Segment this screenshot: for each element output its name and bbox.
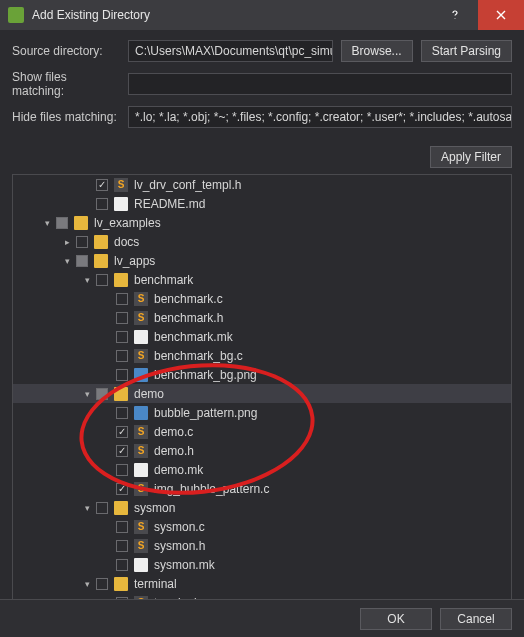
tree-row[interactable]: README.md: [13, 194, 511, 213]
tree-row[interactable]: demo.c: [13, 422, 511, 441]
form-area: Source directory: C:\Users\MAX\Documents…: [0, 30, 524, 146]
checkbox[interactable]: [116, 331, 128, 343]
tree-row[interactable]: ▸docs: [13, 232, 511, 251]
tree-row[interactable]: ▾benchmark: [13, 270, 511, 289]
tree-item-label: benchmark.mk: [154, 330, 233, 344]
file-icon: [134, 463, 148, 477]
tree-row[interactable]: benchmark_bg.c: [13, 346, 511, 365]
checkbox[interactable]: [76, 255, 88, 267]
tree-item-label: demo: [134, 387, 164, 401]
s-icon: [114, 178, 128, 192]
tree-row[interactable]: lv_drv_conf_templ.h: [13, 175, 511, 194]
checkbox[interactable]: [116, 426, 128, 438]
tree-row[interactable]: demo.mk: [13, 460, 511, 479]
help-button[interactable]: [432, 0, 478, 30]
tree-item-label: README.md: [134, 197, 205, 211]
start-parsing-button[interactable]: Start Parsing: [421, 40, 512, 62]
tree-item-label: benchmark.c: [154, 292, 223, 306]
tree-row[interactable]: ▾terminal: [13, 574, 511, 593]
checkbox[interactable]: [116, 559, 128, 571]
tree-row[interactable]: demo.h: [13, 441, 511, 460]
s-icon: [134, 349, 148, 363]
tree-row[interactable]: sysmon.h: [13, 536, 511, 555]
dialog-footer: OK Cancel: [0, 599, 524, 637]
s-icon: [134, 425, 148, 439]
checkbox[interactable]: [96, 388, 108, 400]
checkbox[interactable]: [116, 293, 128, 305]
checkbox[interactable]: [116, 483, 128, 495]
show-files-input[interactable]: [128, 73, 512, 95]
tree-item-label: benchmark.h: [154, 311, 223, 325]
expand-toggle[interactable]: ▾: [81, 275, 93, 285]
file-icon: [134, 330, 148, 344]
tree-item-label: benchmark: [134, 273, 193, 287]
titlebar: Add Existing Directory: [0, 0, 524, 30]
file-icon: [134, 558, 148, 572]
tree-row[interactable]: sysmon.c: [13, 517, 511, 536]
checkbox[interactable]: [116, 540, 128, 552]
file-icon: [114, 197, 128, 211]
checkbox[interactable]: [96, 502, 108, 514]
tree-row[interactable]: benchmark.c: [13, 289, 511, 308]
tree-item-label: sysmon.h: [154, 539, 205, 553]
checkbox[interactable]: [116, 407, 128, 419]
tree-row[interactable]: ▾lv_apps: [13, 251, 511, 270]
s-icon: [134, 444, 148, 458]
expand-toggle[interactable]: ▾: [81, 389, 93, 399]
checkbox[interactable]: [116, 464, 128, 476]
tree-row[interactable]: img_bubble_pattern.c: [13, 479, 511, 498]
expand-toggle[interactable]: ▾: [81, 579, 93, 589]
tree-row[interactable]: bubble_pattern.png: [13, 403, 511, 422]
checkbox[interactable]: [96, 578, 108, 590]
window-title: Add Existing Directory: [32, 8, 432, 22]
apply-filter-button[interactable]: Apply Filter: [430, 146, 512, 168]
tree-item-label: sysmon: [134, 501, 175, 515]
expand-toggle[interactable]: ▸: [61, 237, 73, 247]
tree-row[interactable]: benchmark.h: [13, 308, 511, 327]
checkbox[interactable]: [116, 350, 128, 362]
source-dir-input[interactable]: C:\Users\MAX\Documents\qt\pc_simulator: [128, 40, 333, 62]
folder-icon: [94, 235, 108, 249]
folder-icon: [114, 387, 128, 401]
checkbox[interactable]: [116, 369, 128, 381]
tree-item-label: sysmon.mk: [154, 558, 215, 572]
browse-button[interactable]: Browse...: [341, 40, 413, 62]
checkbox[interactable]: [116, 521, 128, 533]
expand-toggle[interactable]: ▾: [61, 256, 73, 266]
s-icon: [134, 482, 148, 496]
tree-row[interactable]: ▾lv_examples: [13, 213, 511, 232]
tree-item-label: lv_apps: [114, 254, 155, 268]
tree-item-label: sysmon.c: [154, 520, 205, 534]
tree-row[interactable]: benchmark_bg.png: [13, 365, 511, 384]
checkbox[interactable]: [116, 445, 128, 457]
close-button[interactable]: [478, 0, 524, 30]
checkbox[interactable]: [56, 217, 68, 229]
ok-button[interactable]: OK: [360, 608, 432, 630]
hide-files-input[interactable]: *.lo; *.la; *.obj; *~; *.files; *.config…: [128, 106, 512, 128]
expand-toggle[interactable]: ▾: [41, 218, 53, 228]
tree-item-label: bubble_pattern.png: [154, 406, 257, 420]
tree-item-label: demo.h: [154, 444, 194, 458]
tree-row[interactable]: ▾sysmon: [13, 498, 511, 517]
folder-icon: [74, 216, 88, 230]
hide-files-label: Hide files matching:: [12, 110, 120, 124]
checkbox[interactable]: [116, 312, 128, 324]
checkbox[interactable]: [96, 198, 108, 210]
checkbox[interactable]: [96, 274, 108, 286]
folder-icon: [114, 273, 128, 287]
tree-row[interactable]: ▾demo: [13, 384, 511, 403]
file-tree[interactable]: lv_drv_conf_templ.hREADME.md▾lv_examples…: [12, 174, 512, 606]
tree-row[interactable]: sysmon.mk: [13, 555, 511, 574]
tree-item-label: benchmark_bg.c: [154, 349, 243, 363]
checkbox[interactable]: [96, 179, 108, 191]
img-icon: [134, 406, 148, 420]
cancel-button[interactable]: Cancel: [440, 608, 512, 630]
checkbox[interactable]: [76, 236, 88, 248]
tree-item-label: docs: [114, 235, 139, 249]
tree-row[interactable]: benchmark.mk: [13, 327, 511, 346]
s-icon: [134, 292, 148, 306]
tree-item-label: lv_drv_conf_templ.h: [134, 178, 241, 192]
tree-item-label: benchmark_bg.png: [154, 368, 257, 382]
expand-toggle[interactable]: ▾: [81, 503, 93, 513]
tree-item-label: img_bubble_pattern.c: [154, 482, 269, 496]
